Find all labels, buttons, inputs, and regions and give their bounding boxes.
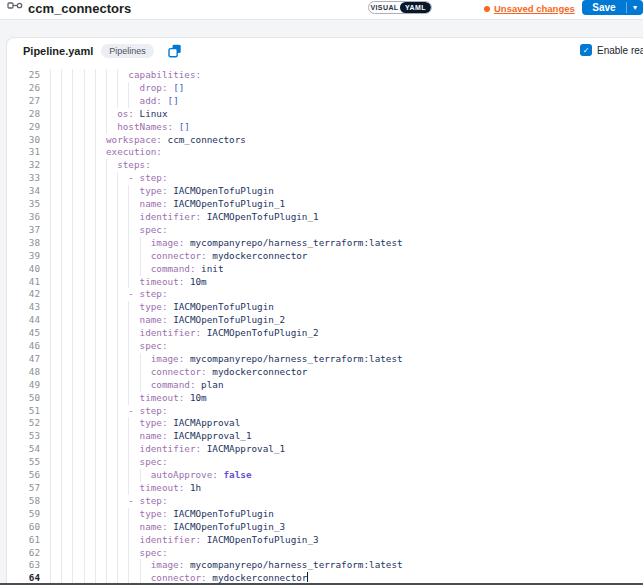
save-button[interactable]: Save bbox=[582, 0, 626, 15]
tab-visual[interactable]: VISUAL bbox=[369, 2, 400, 13]
code-line[interactable]: 33- step: bbox=[7, 172, 643, 185]
indent-guides bbox=[50, 379, 151, 392]
line-number: 29 bbox=[7, 121, 40, 134]
unsaved-changes-link[interactable]: Unsaved changes bbox=[494, 3, 575, 14]
line-number: 40 bbox=[7, 263, 40, 276]
code-line[interactable]: 36identifier: IACMOpenTofuPlugin_1 bbox=[7, 211, 643, 224]
indent-guides bbox=[50, 521, 140, 534]
chevron-down-icon[interactable]: ▾ bbox=[627, 0, 643, 15]
indent-guides bbox=[50, 276, 140, 289]
code-line[interactable]: 53name: IACMApproval_1 bbox=[7, 430, 643, 443]
code-line[interactable]: 38image: mycompanyrepo/harness_terraform… bbox=[7, 237, 643, 250]
code-line[interactable]: 63image: mycompanyrepo/harness_terraform… bbox=[7, 559, 643, 572]
visual-yaml-toggle: VISUAL YAML bbox=[368, 1, 432, 14]
code-line[interactable]: 45identifier: IACMOpenTofuPlugin_2 bbox=[7, 327, 643, 340]
line-number: 43 bbox=[7, 301, 40, 314]
line-number: 42 bbox=[7, 288, 40, 301]
line-number: 62 bbox=[7, 547, 40, 560]
line-number: 47 bbox=[7, 353, 40, 366]
indent-guides bbox=[50, 353, 151, 366]
indent-guides bbox=[50, 340, 140, 353]
line-number: 34 bbox=[7, 185, 40, 198]
top-header: ccm_connectors VISUAL YAML Unsaved chang… bbox=[0, 0, 643, 20]
code-line[interactable]: 39connector: mydockerconnector bbox=[7, 250, 643, 263]
code-line[interactable]: 47image: mycompanyrepo/harness_terraform… bbox=[7, 353, 643, 366]
page-title: ccm_connectors bbox=[28, 1, 131, 16]
code-line[interactable]: 57timeout: 1h bbox=[7, 482, 643, 495]
save-split-button: Save ▾ bbox=[582, 0, 643, 15]
code-line[interactable]: 52type: IACMApproval bbox=[7, 417, 643, 430]
indent-guides bbox=[50, 121, 117, 134]
pipeline-icon bbox=[7, 2, 23, 20]
line-number: 55 bbox=[7, 456, 40, 469]
indent-guides bbox=[50, 482, 140, 495]
code-line[interactable]: 51- step: bbox=[7, 405, 643, 418]
code-line[interactable]: 50timeout: 10m bbox=[7, 392, 643, 405]
code-line[interactable]: 37spec: bbox=[7, 224, 643, 237]
unsaved-dot-icon bbox=[484, 6, 490, 12]
text-cursor bbox=[307, 572, 308, 582]
yaml-editor[interactable]: 25capabilities:26drop: []27add: []28os: … bbox=[7, 64, 643, 585]
line-number: 35 bbox=[7, 198, 40, 211]
indent-guides bbox=[50, 159, 117, 172]
code-line[interactable]: 27add: [] bbox=[7, 95, 643, 108]
line-number: 54 bbox=[7, 443, 40, 456]
code-line[interactable]: 25capabilities: bbox=[7, 69, 643, 82]
code-line[interactable]: 31execution: bbox=[7, 146, 643, 159]
unsaved-changes[interactable]: Unsaved changes bbox=[484, 3, 575, 14]
line-number: 48 bbox=[7, 366, 40, 379]
indent-guides bbox=[50, 301, 140, 314]
code-line[interactable]: 55spec: bbox=[7, 456, 643, 469]
code-line[interactable]: 54identifier: IACMApproval_1 bbox=[7, 443, 643, 456]
indent-guides bbox=[50, 430, 140, 443]
code-line[interactable]: 29hostNames: [] bbox=[7, 121, 643, 134]
indent-guides bbox=[50, 495, 128, 508]
filename-label: Pipeline.yaml bbox=[23, 45, 93, 57]
code-line[interactable]: 26drop: [] bbox=[7, 82, 643, 95]
tab-yaml[interactable]: YAML bbox=[400, 2, 431, 13]
enable-readonly-control: ✓ Enable read/ bbox=[580, 44, 643, 56]
line-number: 41 bbox=[7, 276, 40, 289]
indent-guides bbox=[50, 82, 140, 95]
code-line[interactable]: 28os: Linux bbox=[7, 108, 643, 121]
code-line[interactable]: 49command: plan bbox=[7, 379, 643, 392]
code-line[interactable]: 32steps: bbox=[7, 159, 643, 172]
copy-icon[interactable] bbox=[168, 44, 182, 58]
line-number: 39 bbox=[7, 250, 40, 263]
indent-guides bbox=[50, 534, 140, 547]
indent-guides bbox=[50, 237, 151, 250]
code-line[interactable]: 46spec: bbox=[7, 340, 643, 353]
indent-guides bbox=[50, 327, 140, 340]
pipelines-badge: Pipelines bbox=[101, 44, 154, 58]
line-number: 50 bbox=[7, 392, 40, 405]
code-line[interactable]: 61identifier: IACMOpenTofuPlugin_3 bbox=[7, 534, 643, 547]
indent-guides bbox=[50, 146, 106, 159]
code-line[interactable]: 40command: init bbox=[7, 263, 643, 276]
line-number: 49 bbox=[7, 379, 40, 392]
line-number: 32 bbox=[7, 159, 40, 172]
indent-guides bbox=[50, 443, 140, 456]
code-line[interactable]: 42- step: bbox=[7, 288, 643, 301]
code-line[interactable]: 58- step: bbox=[7, 495, 643, 508]
code-line[interactable]: 59type: IACMOpenTofuPlugin bbox=[7, 508, 643, 521]
code-line[interactable]: 41timeout: 10m bbox=[7, 276, 643, 289]
code-line[interactable]: 44name: IACMOpenTofuPlugin_2 bbox=[7, 314, 643, 327]
line-number: 51 bbox=[7, 405, 40, 418]
line-number: 56 bbox=[7, 469, 40, 482]
line-number: 59 bbox=[7, 508, 40, 521]
line-number: 28 bbox=[7, 108, 40, 121]
code-line[interactable]: 34type: IACMOpenTofuPlugin bbox=[7, 185, 643, 198]
line-number: 26 bbox=[7, 82, 40, 95]
line-number: 63 bbox=[7, 559, 40, 572]
indent-guides bbox=[50, 547, 140, 560]
enable-readonly-checkbox[interactable]: ✓ bbox=[580, 44, 592, 56]
line-number: 45 bbox=[7, 327, 40, 340]
code-line[interactable]: 56autoApprove: false bbox=[7, 469, 643, 482]
code-line[interactable]: 62spec: bbox=[7, 547, 643, 560]
code-line[interactable]: 30workspace: ccm_connectors bbox=[7, 134, 643, 147]
code-line[interactable]: 35name: IACMOpenTofuPlugin_1 bbox=[7, 198, 643, 211]
code-line[interactable]: 48connector: mydockerconnector bbox=[7, 366, 643, 379]
code-line[interactable]: 60name: IACMOpenTofuPlugin_3 bbox=[7, 521, 643, 534]
code-line[interactable]: 43type: IACMOpenTofuPlugin bbox=[7, 301, 643, 314]
line-number: 25 bbox=[7, 69, 40, 82]
